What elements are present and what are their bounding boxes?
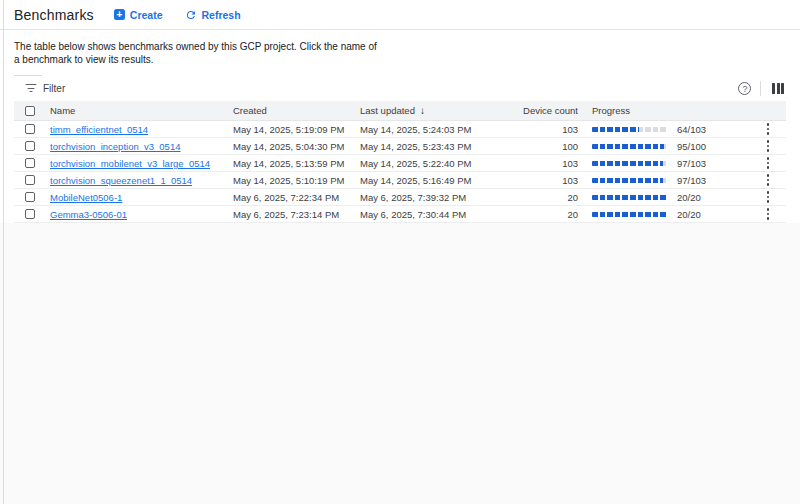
kebab-icon (767, 174, 770, 177)
toolbar-divider (760, 81, 761, 96)
sort-descending-icon: ↓ (420, 105, 425, 116)
last-updated-cell: May 14, 2025, 5:23:43 PM (360, 141, 510, 152)
benchmarks-table: Name Created Last updated ↓ Device count… (14, 101, 786, 223)
last-updated-cell: May 14, 2025, 5:24:03 PM (360, 124, 510, 135)
progress-cell: 95/100 (578, 141, 750, 152)
progress-fraction: 20/20 (677, 209, 701, 220)
select-all-checkbox[interactable] (25, 106, 35, 116)
row-checkbox-cell (14, 141, 50, 151)
row-checkbox[interactable] (25, 175, 35, 185)
progress-bar (592, 144, 668, 149)
kebab-icon (767, 191, 770, 194)
progress-cell: 64/103 (578, 124, 750, 135)
progress-bar (592, 127, 668, 132)
created-cell: May 14, 2025, 5:10:19 PM (233, 175, 360, 186)
row-checkbox[interactable] (25, 124, 35, 134)
row-menu-cell (750, 172, 786, 187)
progress-bar-fill (592, 195, 668, 200)
row-menu-cell (750, 189, 786, 204)
filter-icon (25, 84, 36, 93)
table-toolbar: Filter ? (0, 76, 800, 101)
last-updated-cell: May 14, 2025, 5:16:49 PM (360, 175, 510, 186)
progress-bar (592, 178, 668, 183)
last-updated-cell: May 6, 2025, 7:30:44 PM (360, 209, 510, 220)
device-count-cell: 103 (510, 175, 578, 186)
row-menu-button[interactable] (763, 189, 774, 204)
progress-fraction: 95/100 (677, 141, 706, 152)
toolbar-right: ? (738, 81, 786, 96)
progress-bar-fill (592, 144, 664, 149)
device-count-cell: 103 (510, 124, 578, 135)
filter-button[interactable]: Filter (25, 83, 65, 94)
kebab-icon (767, 123, 770, 126)
row-checkbox[interactable] (25, 141, 35, 151)
create-button[interactable]: + Create (108, 5, 169, 25)
benchmark-name-cell: timm_efficientnet_0514 (50, 124, 233, 135)
progress-bar-fill (592, 178, 663, 183)
row-checkbox-cell (14, 124, 50, 134)
benchmark-link[interactable]: torchvision_squeezenet1_1_0514 (50, 175, 192, 186)
help-button[interactable]: ? (738, 82, 751, 95)
progress-fraction: 97/103 (677, 158, 706, 169)
row-menu-cell (750, 155, 786, 170)
row-menu-button[interactable] (763, 155, 774, 170)
progress-fraction: 64/103 (677, 124, 706, 135)
created-cell: May 6, 2025, 7:23:14 PM (233, 209, 360, 220)
benchmark-name-cell: MobileNet0506-1 (50, 192, 233, 203)
page-description: The table below shows benchmarks owned b… (0, 30, 800, 66)
created-cell: May 14, 2025, 5:19:09 PM (233, 124, 360, 135)
table-row: torchvision_mobilenet_v3_large_0514 May … (14, 155, 786, 172)
progress-bar-fill (592, 127, 639, 132)
benchmark-name-cell: torchvision_squeezenet1_1_0514 (50, 175, 233, 186)
benchmarks-panel: Benchmarks + Create Refresh The table be… (0, 0, 800, 223)
row-checkbox[interactable] (25, 192, 35, 202)
row-menu-button[interactable] (763, 206, 774, 221)
column-header-device-count[interactable]: Device count (510, 105, 578, 116)
table-header-row: Name Created Last updated ↓ Device count… (14, 101, 786, 121)
refresh-icon (185, 9, 197, 21)
benchmark-link[interactable]: MobileNet0506-1 (50, 192, 122, 203)
table-row: timm_efficientnet_0514 May 14, 2025, 5:1… (14, 121, 786, 138)
last-updated-cell: May 14, 2025, 5:22:40 PM (360, 158, 510, 169)
panel-left-divider (3, 0, 4, 504)
row-checkbox-cell (14, 209, 50, 219)
column-header-progress[interactable]: Progress (578, 105, 750, 116)
device-count-cell: 103 (510, 158, 578, 169)
progress-bar (592, 212, 668, 217)
column-header-created[interactable]: Created (233, 105, 360, 116)
benchmark-link[interactable]: timm_efficientnet_0514 (50, 124, 148, 135)
column-header-last-updated[interactable]: Last updated ↓ (360, 105, 510, 116)
table-row: MobileNet0506-1 May 6, 2025, 7:22:34 PM … (14, 189, 786, 206)
row-menu-button[interactable] (763, 121, 774, 136)
refresh-button[interactable]: Refresh (179, 5, 247, 25)
plus-icon: + (114, 9, 125, 20)
progress-bar-fill (592, 212, 668, 217)
row-checkbox[interactable] (25, 209, 35, 219)
row-checkbox-cell (14, 158, 50, 168)
benchmark-link[interactable]: torchvision_mobilenet_v3_large_0514 (50, 158, 210, 169)
row-checkbox-cell (14, 175, 50, 185)
benchmark-name-cell: Gemma3-0506-01 (50, 209, 233, 220)
benchmark-link[interactable]: torchvision_inception_v3_0514 (50, 141, 180, 152)
row-menu-cell (750, 206, 786, 221)
device-count-cell: 20 (510, 192, 578, 203)
benchmark-link[interactable]: Gemma3-0506-01 (50, 209, 127, 220)
table-row: Gemma3-0506-01 May 6, 2025, 7:23:14 PM M… (14, 206, 786, 223)
progress-cell: 97/103 (578, 175, 750, 186)
row-checkbox[interactable] (25, 158, 35, 168)
progress-cell: 20/20 (578, 192, 750, 203)
row-menu-button[interactable] (763, 172, 774, 187)
column-picker-button[interactable] (770, 81, 786, 96)
table-row: torchvision_inception_v3_0514 May 14, 20… (14, 138, 786, 155)
device-count-cell: 100 (510, 141, 578, 152)
row-checkbox-cell (14, 192, 50, 202)
progress-bar-fill (592, 161, 663, 166)
progress-bar (592, 195, 668, 200)
description-line-1: The table below shows benchmarks owned b… (14, 40, 786, 53)
kebab-icon (767, 208, 770, 211)
column-header-name[interactable]: Name (50, 105, 233, 116)
row-menu-button[interactable] (763, 138, 774, 153)
created-cell: May 14, 2025, 5:13:59 PM (233, 158, 360, 169)
progress-bar (592, 161, 668, 166)
kebab-icon (767, 140, 770, 143)
